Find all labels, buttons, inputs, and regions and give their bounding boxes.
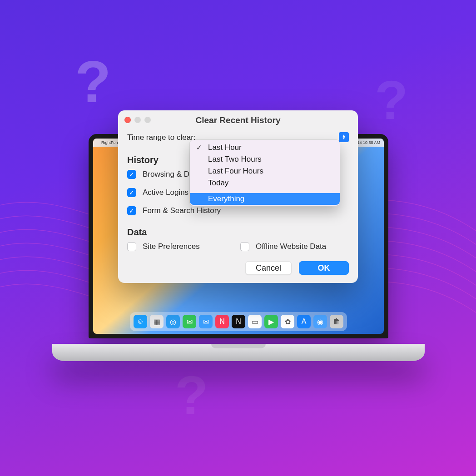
laptop-base: [52, 344, 425, 361]
dropdown-option-label: Last Four Hours: [208, 167, 263, 175]
menubar-app-name: RightFont: [101, 140, 119, 145]
checkbox-label: Form & Search History: [143, 206, 221, 215]
checkbox-form-search-history[interactable]: ✓ Form & Search History: [127, 206, 349, 215]
dock-icon-camera[interactable]: ◉: [313, 315, 327, 328]
time-range-label: Time range to clear:: [127, 133, 196, 142]
dropdown-option-label: Today: [208, 178, 228, 187]
dropdown-separator: [197, 191, 332, 191]
dropdown-option-label: Everything: [208, 194, 244, 203]
time-range-select-arrows[interactable]: ▲ ▼: [339, 132, 349, 142]
dock-icon-messages[interactable]: ✉: [183, 315, 196, 328]
checkbox-box: [240, 242, 249, 251]
checkbox-label: Active Logins: [143, 188, 188, 197]
checkbox-box: ✓: [127, 188, 136, 197]
dock-icon-mail[interactable]: ✉: [199, 315, 213, 328]
window-minimize-button[interactable]: [134, 117, 141, 123]
dock-icon-appstore[interactable]: A: [297, 315, 311, 328]
dropdown-option-label: Last Hour: [208, 143, 242, 152]
dropdown-option-last-hour[interactable]: ✓ Last Hour: [190, 142, 340, 154]
dock-icon-app-dark[interactable]: N: [232, 315, 245, 328]
cancel-button[interactable]: Cancel: [245, 261, 292, 275]
checkbox-box: [127, 242, 136, 251]
dock-icon-launchpad[interactable]: ▦: [150, 315, 164, 328]
dropdown-option-everything[interactable]: Everything: [190, 193, 340, 205]
question-mark-icon: ?: [375, 73, 408, 127]
checkbox-box: ✓: [127, 206, 136, 215]
dialog-title: Clear Recent History: [118, 115, 358, 125]
checkbox-label: Offline Website Data: [256, 242, 326, 251]
dock-icon-news[interactable]: N: [215, 315, 229, 328]
checkbox-offline-website-data[interactable]: Offline Website Data: [240, 242, 349, 251]
dropdown-option-last-four-hours[interactable]: Last Four Hours: [190, 165, 340, 177]
data-section-heading: Data: [127, 227, 349, 238]
question-mark-icon: ?: [175, 368, 208, 422]
dock-icon-safari[interactable]: ◎: [166, 315, 180, 328]
dock-icon-finder[interactable]: ☺: [134, 315, 147, 328]
macos-dock: ☺▦◎✉✉NN▭▶✿A◉🗑: [130, 312, 347, 331]
window-zoom-button[interactable]: [144, 117, 151, 123]
question-mark-icon: ?: [75, 52, 111, 111]
illustration-background: ? ? ? RightFont Fi Wed Jun 14 10:58 AM: [0, 0, 476, 476]
dropdown-option-last-two-hours[interactable]: Last Two Hours: [190, 154, 340, 165]
checkbox-site-preferences[interactable]: Site Preferences: [127, 242, 236, 251]
dropdown-option-label: Last Two Hours: [208, 155, 262, 164]
checkbox-label: Site Preferences: [143, 242, 200, 251]
checkmark-icon: ✓: [196, 144, 202, 152]
time-range-dropdown[interactable]: ✓ Last Hour Last Two Hours Last Four Hou…: [190, 140, 340, 206]
dock-icon-photos[interactable]: ✿: [281, 315, 294, 328]
dock-icon-facetime[interactable]: ▶: [264, 315, 278, 328]
window-traffic-lights: [124, 117, 151, 123]
dialog-titlebar: Clear Recent History: [118, 110, 358, 130]
dropdown-option-today[interactable]: Today: [190, 177, 340, 189]
checkbox-label: Browsing & D: [143, 170, 189, 179]
window-close-button[interactable]: [124, 117, 131, 123]
dock-icon-trash[interactable]: 🗑: [330, 315, 343, 328]
chevron-down-icon: ▼: [342, 137, 346, 140]
ok-button[interactable]: OK: [299, 261, 349, 275]
dock-icon-notes[interactable]: ▭: [248, 315, 262, 328]
checkbox-box: ✓: [127, 170, 136, 179]
